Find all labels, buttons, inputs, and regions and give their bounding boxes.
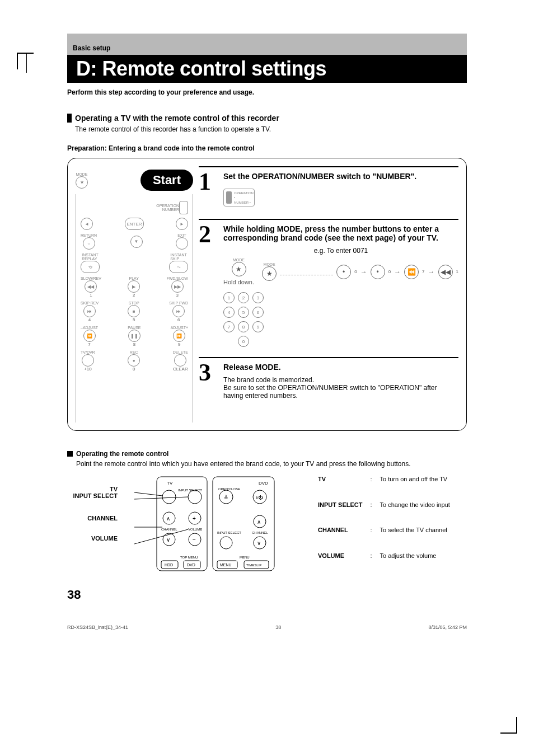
svg-text:CHANNEL: CHANNEL xyxy=(252,531,268,534)
label-stop: STOP xyxy=(129,301,139,305)
svg-text:DVD: DVD xyxy=(187,563,195,567)
svg-text:TV: TV xyxy=(167,481,173,486)
label-tv-dvr: TV/DVR xyxy=(81,350,95,354)
step2-mode-label: MODE xyxy=(233,258,245,262)
svg-text:∧: ∧ xyxy=(166,515,170,522)
tv-dvr-button-icon xyxy=(82,354,94,367)
svg-text:∨: ∨ xyxy=(166,537,170,543)
mode-button-icon: ★ xyxy=(76,176,88,189)
svg-text:VOLUME: VOLUME xyxy=(188,528,202,531)
crop-mark-bottom-right xyxy=(500,717,517,734)
stop-button-icon: ■ xyxy=(128,305,140,317)
label-play: PLAY xyxy=(129,276,139,280)
function-table: TV:To turn on and off the TV INPUT SELEC… xyxy=(313,473,455,576)
label-adjust-minus: –ADJUST xyxy=(81,326,98,330)
step2-mode-button-icon: ★ xyxy=(232,262,246,276)
step-1: 1 Set the OPERATION/NUMBER switch to "NU… xyxy=(199,166,458,209)
footer-left: RD-XS24SB_inst(E)_34-41 xyxy=(67,624,128,630)
dashed-line xyxy=(280,275,333,275)
step-2-example: e.g. To enter 0071 xyxy=(223,247,458,255)
step-3-title: Release MODE. xyxy=(223,363,458,372)
numpad-hint-grid: 123 456 789 0 xyxy=(223,292,458,347)
svg-text:≜: ≜ xyxy=(224,495,228,500)
arrow-icon: → xyxy=(360,268,367,276)
switch-label-number: NUMBER xyxy=(234,201,249,204)
section1-sub: The remote control of this recorder has … xyxy=(75,125,467,133)
exit-button-icon xyxy=(176,237,188,250)
label-return: RETURN xyxy=(81,233,97,237)
adjust-minus-button-icon: ⏪ xyxy=(83,330,96,342)
svg-text:I/⏻: I/⏻ xyxy=(256,495,263,500)
label-adjust-plus: ADJUST+ xyxy=(171,326,188,330)
table-row: INPUT SELECT:To change the video input xyxy=(315,500,453,525)
title-bar: D: Remote control settings xyxy=(67,55,467,83)
label-number: NUMBER xyxy=(162,208,179,212)
step-2-number: 2 xyxy=(199,224,219,347)
svg-text:∨: ∨ xyxy=(257,540,261,546)
svg-text:OPEN/CLOSE: OPEN/CLOSE xyxy=(218,487,240,491)
callout-column: TV INPUT SELECT CHANNEL VOLUME xyxy=(67,473,118,576)
arrow-icon: → xyxy=(394,268,401,276)
callout-channel: CHANNEL xyxy=(67,515,118,522)
svg-point-5 xyxy=(188,490,202,504)
svg-text:TIMESLIP: TIMESLIP xyxy=(246,564,261,567)
svg-line-42 xyxy=(134,529,188,544)
section1-heading: Operating a TV with the remote control o… xyxy=(67,114,279,123)
slow-rev-button-icon: ◀◀ xyxy=(85,280,97,293)
callout-tv: TV xyxy=(67,486,118,492)
return-button-icon: ○ xyxy=(83,237,95,250)
op-number-switch-diagram: OPERATION • NUMBER • xyxy=(223,189,255,206)
step-2: 2 While holding MODE, press the number b… xyxy=(199,219,458,347)
label-exit: EXIT xyxy=(177,233,186,237)
step2-hold-down: Hold down. xyxy=(223,279,254,285)
enter-button-icon: ENTER xyxy=(125,218,144,230)
step-1-number: 1 xyxy=(199,172,219,209)
page-number: 38 xyxy=(67,588,534,602)
digit-0a-icon: • xyxy=(336,265,351,279)
remote-top-svg: TV INPUT SELECT ∧ ∨ CHANNEL + − VOLUME T… xyxy=(134,473,297,574)
step-2-title: While holding MODE, press the number but… xyxy=(223,224,458,242)
section2-sub: Point the remote control into which you … xyxy=(76,460,467,468)
svg-point-3 xyxy=(162,490,176,504)
digit-1-icon: ◀◀ xyxy=(438,265,453,279)
callout-volume: VOLUME xyxy=(67,535,118,542)
op-number-switch-icon xyxy=(179,201,188,214)
digit-7-icon: ⏪ xyxy=(404,265,419,279)
digit-0b-icon: • xyxy=(371,265,385,279)
svg-text:TOP MENU: TOP MENU xyxy=(180,556,198,559)
page-title: D: Remote control settings xyxy=(76,57,458,81)
label-fwd-slow: FWD/SLOW xyxy=(166,276,188,280)
instruction-frame: MODE ★ Start OPERATIONNUMBER ◄ ENTER ► xyxy=(67,158,467,431)
pause-button-icon: ❚❚ xyxy=(128,330,140,342)
label-instant-replay: INSTANT REPLAY xyxy=(82,253,98,261)
instant-skip-button-icon: ⤳ xyxy=(169,261,188,273)
step-3-desc1: The brand code is memorized. xyxy=(223,376,458,384)
table-row: VOLUME:To adjust the volume xyxy=(315,551,453,576)
label-skip-rev: SKIP REV xyxy=(81,301,99,305)
nav-right-icon: ► xyxy=(176,218,188,230)
instant-replay-button-icon: ⟲ xyxy=(81,261,100,273)
nav-down-icon: ▼ xyxy=(130,236,143,248)
svg-text:CHANNEL: CHANNEL xyxy=(161,528,177,531)
table-row: CHANNEL:To select the TV channel xyxy=(315,525,453,550)
nav-left-icon: ◄ xyxy=(81,218,93,230)
label-skip-fwd: SKIP FWD xyxy=(169,301,188,305)
callout-input-select: INPUT SELECT xyxy=(67,492,118,499)
fwd-slow-button-icon: ▶▶ xyxy=(171,280,184,293)
remote-top-diagram: TV INPUT SELECT ∧ ∨ CHANNEL + − VOLUME T… xyxy=(134,473,297,576)
preparation-heading: Preparation: Entering a brand code into … xyxy=(67,144,467,152)
label-pause: PAUSE xyxy=(128,326,140,330)
step-1-title: Set the OPERATION/NUMBER switch to "NUMB… xyxy=(223,172,458,181)
svg-text:INPUT SELECT: INPUT SELECT xyxy=(217,531,241,534)
rec-button-icon: ● xyxy=(128,354,140,367)
footer: RD-XS24SB_inst(E)_34-41 38 8/31/05, 5:42… xyxy=(67,624,467,630)
label-mode: MODE xyxy=(76,172,88,176)
footer-center: 38 xyxy=(275,624,281,630)
switch-label-operation: OPERATION xyxy=(234,191,254,195)
label-operation: OPERATION xyxy=(156,204,179,208)
step-3-number: 3 xyxy=(199,363,219,400)
header-gray-bar: Basic setup xyxy=(67,34,467,55)
intro-text: Perform this step according to your pref… xyxy=(67,88,467,96)
svg-text:MENU: MENU xyxy=(240,556,250,559)
start-pill: Start xyxy=(140,170,193,191)
